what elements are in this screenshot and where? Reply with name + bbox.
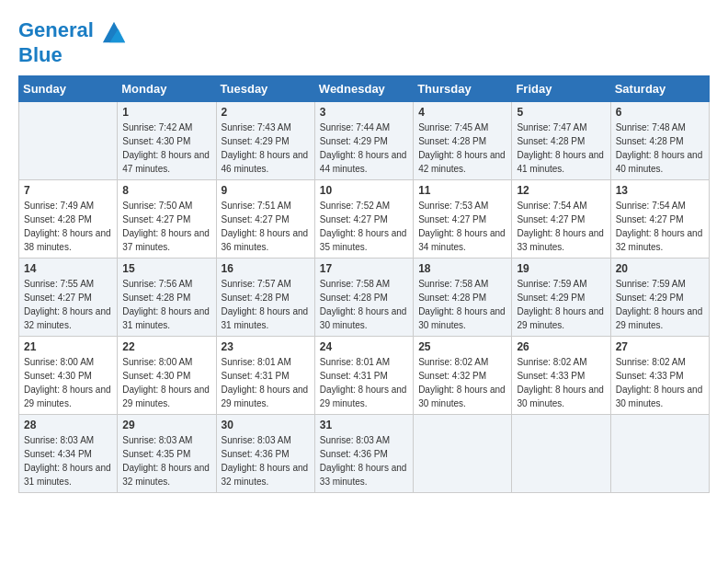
cell-info: Sunrise: 7:59 AMSunset: 4:29 PMDaylight:… xyxy=(517,277,605,332)
calendar-week-3: 14Sunrise: 7:55 AMSunset: 4:27 PMDayligh… xyxy=(19,259,710,337)
cell-info: Sunrise: 8:00 AMSunset: 4:30 PMDaylight:… xyxy=(24,355,112,410)
sunrise-text: Sunrise: 7:59 AM xyxy=(517,279,586,289)
cell-info: Sunrise: 7:51 AMSunset: 4:27 PMDaylight:… xyxy=(222,199,310,254)
daylight-text: Daylight: 8 hours and 46 minutes. xyxy=(222,150,309,174)
daylight-text: Daylight: 8 hours and 29 minutes. xyxy=(24,385,111,408)
calendar-cell xyxy=(610,415,709,493)
sunrise-text: Sunrise: 8:00 AM xyxy=(24,357,94,367)
cell-info: Sunrise: 8:02 AMSunset: 4:32 PMDaylight:… xyxy=(418,355,506,410)
daylight-text: Daylight: 8 hours and 29 minutes. xyxy=(122,385,210,408)
daylight-text: Daylight: 8 hours and 41 minutes. xyxy=(517,150,604,174)
daylight-text: Daylight: 8 hours and 47 minutes. xyxy=(122,150,210,174)
cell-info: Sunrise: 7:48 AMSunset: 4:28 PMDaylight:… xyxy=(616,121,704,176)
calendar-cell: 27Sunrise: 8:02 AMSunset: 4:33 PMDayligh… xyxy=(610,337,709,415)
sunset-text: Sunset: 4:28 PM xyxy=(122,293,190,303)
sunrise-text: Sunrise: 7:52 AM xyxy=(320,201,390,211)
sunset-text: Sunset: 4:33 PM xyxy=(616,371,684,381)
calendar-week-4: 21Sunrise: 8:00 AMSunset: 4:30 PMDayligh… xyxy=(19,337,710,415)
day-number: 16 xyxy=(222,262,310,275)
day-number: 2 xyxy=(222,106,310,119)
daylight-text: Daylight: 8 hours and 31 minutes. xyxy=(122,306,210,330)
sunset-text: Sunset: 4:36 PM xyxy=(320,449,388,459)
sunrise-text: Sunrise: 7:55 AM xyxy=(24,279,94,289)
calendar-cell: 28Sunrise: 8:03 AMSunset: 4:34 PMDayligh… xyxy=(19,415,118,493)
sunrise-text: Sunrise: 7:43 AM xyxy=(222,122,291,132)
cell-info: Sunrise: 7:58 AMSunset: 4:28 PMDaylight:… xyxy=(320,277,408,332)
sunrise-text: Sunrise: 7:59 AM xyxy=(616,279,686,289)
day-number: 10 xyxy=(320,184,408,197)
weekday-header-tuesday: Tuesday xyxy=(216,76,314,102)
day-number: 20 xyxy=(616,262,704,275)
cell-info: Sunrise: 8:01 AMSunset: 4:31 PMDaylight:… xyxy=(222,355,310,410)
sunset-text: Sunset: 4:27 PM xyxy=(418,214,486,224)
cell-info: Sunrise: 7:59 AMSunset: 4:29 PMDaylight:… xyxy=(616,277,704,332)
weekday-header-thursday: Thursday xyxy=(414,76,512,102)
calendar-cell xyxy=(512,415,610,493)
day-number: 8 xyxy=(122,184,210,197)
daylight-text: Daylight: 8 hours and 36 minutes. xyxy=(222,228,309,252)
cell-info: Sunrise: 8:03 AMSunset: 4:35 PMDaylight:… xyxy=(122,433,210,488)
sunset-text: Sunset: 4:27 PM xyxy=(320,214,388,224)
cell-info: Sunrise: 7:49 AMSunset: 4:28 PMDaylight:… xyxy=(24,199,112,254)
calendar-cell: 29Sunrise: 8:03 AMSunset: 4:35 PMDayligh… xyxy=(118,415,216,493)
calendar-cell: 26Sunrise: 8:02 AMSunset: 4:33 PMDayligh… xyxy=(512,337,610,415)
day-number: 4 xyxy=(418,106,506,119)
calendar-cell: 25Sunrise: 8:02 AMSunset: 4:32 PMDayligh… xyxy=(414,337,512,415)
calendar-cell: 11Sunrise: 7:53 AMSunset: 4:27 PMDayligh… xyxy=(414,180,512,259)
calendar-cell: 13Sunrise: 7:54 AMSunset: 4:27 PMDayligh… xyxy=(610,180,709,259)
cell-info: Sunrise: 7:57 AMSunset: 4:28 PMDaylight:… xyxy=(222,277,310,332)
cell-info: Sunrise: 7:54 AMSunset: 4:27 PMDaylight:… xyxy=(517,199,605,254)
sunrise-text: Sunrise: 7:53 AM xyxy=(418,201,488,211)
daylight-text: Daylight: 8 hours and 32 minutes. xyxy=(222,463,309,487)
sunrise-text: Sunrise: 7:57 AM xyxy=(222,279,291,289)
sunrise-text: Sunrise: 8:01 AM xyxy=(222,357,291,367)
cell-info: Sunrise: 7:58 AMSunset: 4:28 PMDaylight:… xyxy=(418,277,506,332)
calendar-cell: 10Sunrise: 7:52 AMSunset: 4:27 PMDayligh… xyxy=(314,180,413,259)
cell-info: Sunrise: 8:02 AMSunset: 4:33 PMDaylight:… xyxy=(517,355,605,410)
sunset-text: Sunset: 4:27 PM xyxy=(24,293,92,303)
sunrise-text: Sunrise: 8:02 AM xyxy=(517,357,586,367)
sunset-text: Sunset: 4:29 PM xyxy=(517,293,585,303)
daylight-text: Daylight: 8 hours and 31 minutes. xyxy=(222,306,309,330)
sunrise-text: Sunrise: 8:00 AM xyxy=(122,357,192,367)
day-number: 25 xyxy=(418,340,506,353)
day-number: 1 xyxy=(122,106,210,119)
sunset-text: Sunset: 4:32 PM xyxy=(418,371,486,381)
logo: General Blue xyxy=(18,18,127,66)
daylight-text: Daylight: 8 hours and 29 minutes. xyxy=(616,306,703,330)
calendar-body: 1Sunrise: 7:42 AMSunset: 4:30 PMDaylight… xyxy=(19,102,710,493)
day-number: 28 xyxy=(24,419,112,431)
day-number: 7 xyxy=(24,184,112,197)
daylight-text: Daylight: 8 hours and 42 minutes. xyxy=(418,150,506,174)
sunset-text: Sunset: 4:28 PM xyxy=(418,293,486,303)
day-number: 22 xyxy=(122,340,210,353)
calendar-cell: 24Sunrise: 8:01 AMSunset: 4:31 PMDayligh… xyxy=(314,337,413,415)
calendar-cell: 1Sunrise: 7:42 AMSunset: 4:30 PMDaylight… xyxy=(118,102,216,180)
weekday-header-sunday: Sunday xyxy=(19,76,118,102)
daylight-text: Daylight: 8 hours and 38 minutes. xyxy=(24,228,111,252)
sunrise-text: Sunrise: 7:49 AM xyxy=(24,201,94,211)
day-number: 27 xyxy=(616,340,704,353)
cell-info: Sunrise: 7:53 AMSunset: 4:27 PMDaylight:… xyxy=(418,199,506,254)
cell-info: Sunrise: 7:47 AMSunset: 4:28 PMDaylight:… xyxy=(517,121,605,176)
day-number: 13 xyxy=(616,184,704,197)
calendar-cell: 6Sunrise: 7:48 AMSunset: 4:28 PMDaylight… xyxy=(610,102,709,180)
calendar-table: SundayMondayTuesdayWednesdayThursdayFrid… xyxy=(18,75,710,493)
day-number: 3 xyxy=(320,106,408,119)
calendar-cell xyxy=(19,102,118,180)
calendar-week-1: 1Sunrise: 7:42 AMSunset: 4:30 PMDaylight… xyxy=(19,102,710,180)
sunset-text: Sunset: 4:29 PM xyxy=(616,293,684,303)
day-number: 31 xyxy=(320,419,408,431)
sunrise-text: Sunrise: 8:03 AM xyxy=(122,435,192,445)
cell-info: Sunrise: 7:42 AMSunset: 4:30 PMDaylight:… xyxy=(122,121,210,176)
day-number: 26 xyxy=(517,340,605,353)
day-number: 18 xyxy=(418,262,506,275)
cell-info: Sunrise: 7:55 AMSunset: 4:27 PMDaylight:… xyxy=(24,277,112,332)
sunset-text: Sunset: 4:31 PM xyxy=(320,371,388,381)
day-number: 24 xyxy=(320,340,408,353)
sunset-text: Sunset: 4:28 PM xyxy=(320,293,388,303)
calendar-cell: 14Sunrise: 7:55 AMSunset: 4:27 PMDayligh… xyxy=(19,259,118,337)
calendar-cell: 3Sunrise: 7:44 AMSunset: 4:29 PMDaylight… xyxy=(314,102,413,180)
calendar-cell: 19Sunrise: 7:59 AMSunset: 4:29 PMDayligh… xyxy=(512,259,610,337)
cell-info: Sunrise: 8:03 AMSunset: 4:36 PMDaylight:… xyxy=(222,433,310,488)
